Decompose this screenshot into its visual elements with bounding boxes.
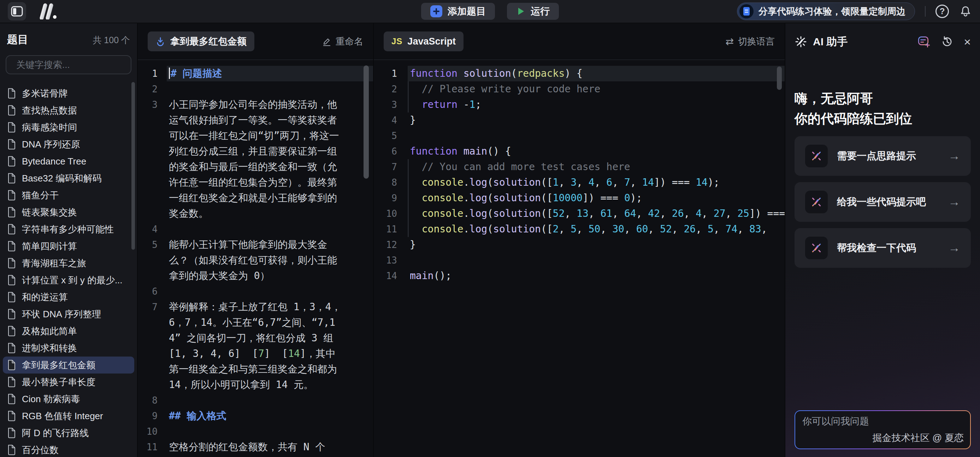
arrow-right-icon: → <box>948 195 960 209</box>
document-icon <box>7 105 16 116</box>
problem-panel: 拿到最多红包金额 重命名 1# 问题描述23小王同学参加公司年会的抽奖活动，他运… <box>138 23 374 457</box>
switch-language-button[interactable]: ⇄ 切换语言 <box>725 35 775 48</box>
sidebar-item[interactable]: 百分位数 <box>3 441 134 457</box>
sidebar-item[interactable]: 青海湖租车之旅 <box>3 255 134 272</box>
panel-left-icon <box>11 6 23 17</box>
sidebar-item[interactable]: RGB 色值转 Integer <box>3 407 134 425</box>
problem-tab[interactable]: 拿到最多红包金额 <box>148 32 255 51</box>
sidebar-item[interactable]: 最小替换子串长度 <box>3 374 134 390</box>
line-number: 1 <box>138 66 167 81</box>
ai-greeting: 嗨，无忌阿哥 你的代码陪练已到位 <box>785 88 980 129</box>
sidebar-item-label: 环状 DNA 序列整理 <box>22 308 101 320</box>
sidebar-item[interactable]: Base32 编码和解码 <box>3 170 134 187</box>
document-icon <box>7 326 16 336</box>
sidebar-item[interactable]: 拿到最多红包金额 <box>3 356 134 374</box>
problem-line: 8 <box>138 393 373 408</box>
sidebar-item[interactable]: 阿 D 的飞行路线 <box>3 425 134 441</box>
problem-line: 4 <box>138 221 373 237</box>
code-scrollbar[interactable] <box>777 67 782 90</box>
code-line: 1function solution(redpacks) { <box>374 66 784 81</box>
code-line: 6function main() { <box>374 144 784 159</box>
play-icon <box>516 6 525 16</box>
sidebar-item[interactable]: 计算位置 x 到 y 的最少... <box>3 272 134 289</box>
history-icon[interactable] <box>940 35 954 48</box>
js-icon: JS <box>391 37 402 46</box>
sidebar-item-label: 拿到最多红包金额 <box>22 359 95 371</box>
sidebar-scrollbar[interactable] <box>131 82 135 250</box>
ai-question-input[interactable] <box>802 416 963 427</box>
problem-list: 多米诺骨牌查找热点数据病毒感染时间DNA 序列还原Bytedance TreeB… <box>0 85 137 457</box>
sidebar-toggle-button[interactable] <box>8 2 26 21</box>
new-chat-icon[interactable] <box>917 35 931 48</box>
sparkle-icon <box>810 241 823 255</box>
code-editor[interactable]: 1function solution(redpacks) {2 // Pleas… <box>374 60 784 457</box>
code-line: 3 return -1; <box>374 97 784 112</box>
code-line-text: function main() { <box>408 144 784 159</box>
search-input[interactable] <box>16 59 135 70</box>
sidebar-item[interactable]: 进制求和转换 <box>3 340 134 356</box>
line-number: 6 <box>374 144 408 159</box>
problem-line: 1# 问题描述 <box>138 66 373 81</box>
document-icon <box>7 309 16 320</box>
problem-line: 3小王同学参加公司年会的抽奖活动，他运气很好抽到了一等奖。一等奖获奖者可以在一排… <box>138 97 373 221</box>
code-line: 11 console.log(solution([2, 5, 50, 30, 6… <box>374 221 784 237</box>
sidebar-item-label: 多米诺骨牌 <box>22 87 68 100</box>
run-button[interactable]: 运行 <box>507 3 559 20</box>
suggestion-label: 给我一些代码提示吧 <box>837 195 926 209</box>
sidebar-item[interactable]: Bytedance Tree <box>3 153 134 170</box>
sidebar-item[interactable]: 猫鱼分干 <box>3 187 134 204</box>
document-icon <box>7 156 16 166</box>
sparkle-tile <box>805 191 828 213</box>
sidebar-item[interactable]: 简单四则计算 <box>3 238 134 255</box>
sparkle-icon <box>810 149 823 163</box>
problem-line: 11空格分割的红包金额数，共有 N 个 <box>138 439 373 455</box>
sidebar-item-label: 查找热点数据 <box>22 104 77 117</box>
ai-suggestion-card[interactable]: 给我一些代码提示吧→ <box>794 182 971 222</box>
rename-label: 重命名 <box>336 35 363 48</box>
sidebar-item[interactable]: 字符串有多少种可能性 <box>3 221 134 238</box>
code-line-text: } <box>408 237 784 252</box>
ai-suggestion-card[interactable]: 帮我检查一下代码→ <box>794 228 971 268</box>
sidebar-item[interactable]: 多米诺骨牌 <box>3 85 134 102</box>
ai-title: AI 助手 <box>813 35 848 49</box>
document-icon <box>7 444 16 455</box>
document-icon <box>7 122 16 133</box>
language-tab[interactable]: JS JavaScript <box>383 32 463 51</box>
document-icon <box>7 360 16 370</box>
help-icon[interactable]: ? <box>935 5 949 18</box>
line-number: 12 <box>374 237 408 252</box>
problem-line-text: ## 输入格式 <box>167 408 373 424</box>
line-number: 5 <box>138 237 167 284</box>
code-line-text: return -1; <box>408 97 784 112</box>
sidebar-item[interactable]: 及格如此简单 <box>3 323 134 340</box>
watermark: 掘金技术社区 @ 夏恋 <box>873 431 964 444</box>
code-line: 5 <box>374 128 784 144</box>
line-number: 3 <box>374 97 408 112</box>
rename-button[interactable]: 重命名 <box>322 35 363 48</box>
add-problem-button[interactable]: 添加题目 <box>421 3 495 20</box>
sidebar-item[interactable]: 查找热点数据 <box>3 102 134 119</box>
promo-banner[interactable]: 分享代码练习体验，领限量定制周边 <box>737 3 915 20</box>
help-glyph: ? <box>940 6 945 16</box>
ai-suggestion-card[interactable]: 需要一点思路提示→ <box>794 136 971 176</box>
bell-icon[interactable] <box>959 5 972 18</box>
sidebar-item[interactable]: 环状 DNA 序列整理 <box>3 305 134 323</box>
sidebar-item[interactable]: 和的逆运算 <box>3 289 134 305</box>
code-line: 7 // You can add more test cases here <box>374 159 784 175</box>
download-icon <box>156 37 165 46</box>
sidebar-item[interactable]: DNA 序列还原 <box>3 136 134 153</box>
problem-scrollbar[interactable] <box>364 66 369 179</box>
line-number: 6 <box>138 284 167 299</box>
sidebar-item[interactable]: Cion 勒索病毒 <box>3 390 134 407</box>
sidebar-item[interactable]: 链表聚集交换 <box>3 204 134 221</box>
pencil-icon <box>322 37 331 46</box>
close-icon[interactable]: × <box>964 36 971 48</box>
sidebar-item-label: DNA 序列还原 <box>22 138 80 151</box>
problem-editor[interactable]: 1# 问题描述23小王同学参加公司年会的抽奖活动，他运气很好抽到了一等奖。一等奖… <box>138 60 373 457</box>
promo-banner-text: 分享代码练习体验，领限量定制周边 <box>759 5 905 18</box>
add-problem-label: 添加题目 <box>448 5 486 18</box>
line-number: 14 <box>374 268 408 284</box>
problem-line-text <box>167 424 373 439</box>
sidebar-item-label: 进制求和转换 <box>22 342 77 355</box>
sidebar-item[interactable]: 病毒感染时间 <box>3 119 134 136</box>
